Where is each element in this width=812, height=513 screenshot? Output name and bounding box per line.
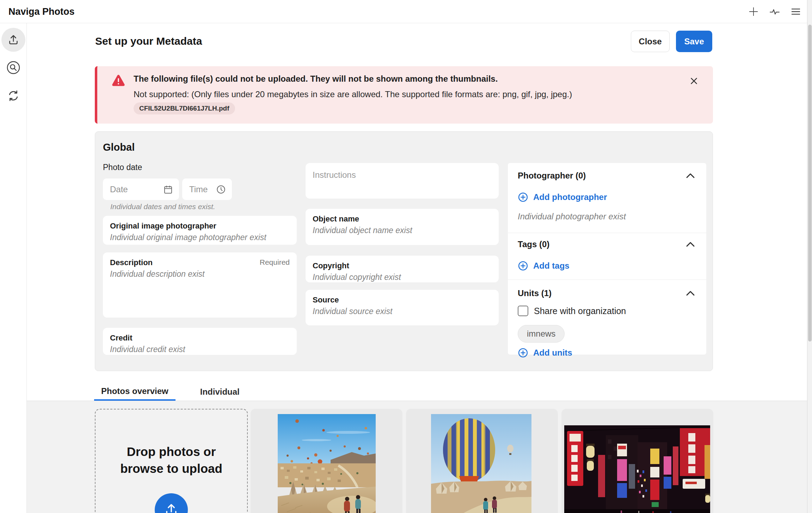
time-placeholder: Time xyxy=(189,184,208,194)
refresh-icon xyxy=(6,89,20,103)
global-section-title: Global xyxy=(103,142,135,153)
field-placeholder: Instructions xyxy=(313,170,492,180)
alert-detail: Not supported: (Only files under 20 mega… xyxy=(134,89,572,99)
field-object-name[interactable]: Object name Individual object name exist xyxy=(306,209,499,245)
photo-tokyo-neon-street xyxy=(564,425,710,513)
field-label: Copyright xyxy=(313,261,492,270)
share-with-organization-label: Share with organization xyxy=(534,306,626,316)
field-placeholder: Individual copyright exist xyxy=(313,273,492,282)
add-units-button[interactable]: Add units xyxy=(518,347,572,359)
alert-title: The following file(s) could not be uploa… xyxy=(134,74,498,84)
date-input[interactable]: Date xyxy=(103,179,179,200)
photo-thumbnail[interactable] xyxy=(251,409,402,513)
plus-circle-icon xyxy=(518,261,528,271)
field-description[interactable]: Description Required Individual descript… xyxy=(103,252,297,318)
field-placeholder: Individual description exist xyxy=(110,269,290,279)
dismiss-alert-button[interactable] xyxy=(689,74,703,88)
plus-circle-icon xyxy=(518,192,528,202)
unit-chip-imnews[interactable]: imnews xyxy=(518,325,565,343)
photos-overview-strip: Drop photos or browse to upload xyxy=(27,401,807,513)
tags-section-header: Tags (0) xyxy=(518,239,696,249)
field-placeholder: Individual original image photographer e… xyxy=(110,233,290,242)
failed-file-chip: CFIL52U2BL7DI661J7LH.pdf xyxy=(134,102,235,114)
save-button[interactable]: Save xyxy=(676,31,712,52)
photographer-section-title: Photographer (0) xyxy=(518,171,586,181)
sidebar-item-search[interactable] xyxy=(1,56,25,80)
activity-icon[interactable] xyxy=(768,5,781,18)
topbar-actions xyxy=(747,0,802,23)
photographer-helper: Individual photographer exist xyxy=(518,212,696,221)
drop-photos-text: Drop photos or browse to upload xyxy=(113,443,229,477)
vertical-scrollbar[interactable] xyxy=(807,0,812,513)
field-copyright[interactable]: Copyright Individual copyright exist xyxy=(306,256,499,282)
field-label: Source xyxy=(313,295,492,305)
upload-icon xyxy=(164,502,179,513)
add-photographer-button[interactable]: Add photographer xyxy=(518,191,607,203)
tags-section-title: Tags (0) xyxy=(518,239,549,249)
global-metadata-panel: Global Photo date Date Time Individual d… xyxy=(95,131,713,371)
field-credit[interactable]: Credit Individual credit exist xyxy=(103,328,297,355)
share-with-organization-row: Share with organization xyxy=(518,305,696,317)
sidebar xyxy=(0,23,27,513)
tab-photos-overview[interactable]: Photos overview xyxy=(94,383,176,401)
menu-icon[interactable] xyxy=(789,5,802,18)
field-placeholder: Individual source exist xyxy=(313,307,492,316)
top-bar: Naviga Photos xyxy=(0,0,812,23)
time-input[interactable]: Time xyxy=(182,179,232,200)
field-placeholder: Individual object name exist xyxy=(313,226,492,235)
photo-thumbnail[interactable] xyxy=(561,409,713,513)
photo-cappadocia-town xyxy=(278,414,376,513)
divider xyxy=(508,280,706,280)
add-tags-button[interactable]: Add tags xyxy=(518,260,570,272)
page-title: Set up your Metadata xyxy=(95,35,202,47)
upload-icon xyxy=(7,33,20,46)
collapse-units-button[interactable] xyxy=(684,288,696,298)
drop-photos-zone[interactable]: Drop photos or browse to upload xyxy=(95,409,248,513)
units-section-header: Units (1) xyxy=(518,288,696,298)
field-source[interactable]: Source Individual source exist xyxy=(306,290,499,325)
field-label: Credit xyxy=(110,333,290,343)
field-original-image-photographer[interactable]: Original image photographer Individual o… xyxy=(103,216,297,245)
upload-error-banner: The following file(s) could not be uploa… xyxy=(95,66,713,124)
view-tabs: Photos overview Individual xyxy=(94,383,247,401)
units-section-title: Units (1) xyxy=(518,288,552,298)
date-placeholder: Date xyxy=(110,184,128,194)
add-icon[interactable] xyxy=(747,5,760,18)
tab-individual[interactable]: Individual xyxy=(193,383,247,401)
photo-thumbnail[interactable] xyxy=(406,409,558,513)
close-button[interactable]: Close xyxy=(631,31,670,52)
photo-hot-air-balloon xyxy=(431,414,531,513)
chevron-up-icon xyxy=(686,242,695,247)
field-label: Original image photographer xyxy=(110,221,290,231)
photo-date-label: Photo date xyxy=(103,163,142,172)
calendar-icon xyxy=(163,184,173,195)
scrollbar-thumb[interactable] xyxy=(808,25,812,342)
share-with-organization-checkbox[interactable] xyxy=(518,306,528,316)
chevron-up-icon xyxy=(686,290,695,296)
divider xyxy=(508,233,706,233)
chevron-up-icon xyxy=(686,173,695,179)
plus-circle-icon xyxy=(518,348,528,358)
field-instructions[interactable]: Instructions xyxy=(306,163,499,199)
naviga-photos-window: Naviga Photos Set up your Metadata Close… xyxy=(0,0,812,513)
collapse-photographer-button[interactable] xyxy=(684,171,696,181)
browse-upload-button[interactable] xyxy=(155,493,188,513)
field-placeholder: Individual credit exist xyxy=(110,345,290,354)
sidebar-item-upload[interactable] xyxy=(1,28,25,52)
warning-icon xyxy=(111,74,125,87)
sidebar-item-refresh[interactable] xyxy=(1,84,25,108)
clock-icon xyxy=(216,184,226,195)
metadata-aside: Photographer (0) Add photographer Indivi… xyxy=(508,163,706,355)
collapse-tags-button[interactable] xyxy=(684,239,696,249)
photo-date-helper: Individual dates and times exist. xyxy=(110,202,215,211)
photographer-section-header: Photographer (0) xyxy=(518,171,696,181)
app-title: Naviga Photos xyxy=(8,0,75,23)
close-icon xyxy=(689,76,699,86)
required-badge: Required xyxy=(260,258,290,267)
search-icon xyxy=(6,60,21,75)
field-label: Object name xyxy=(313,214,492,224)
